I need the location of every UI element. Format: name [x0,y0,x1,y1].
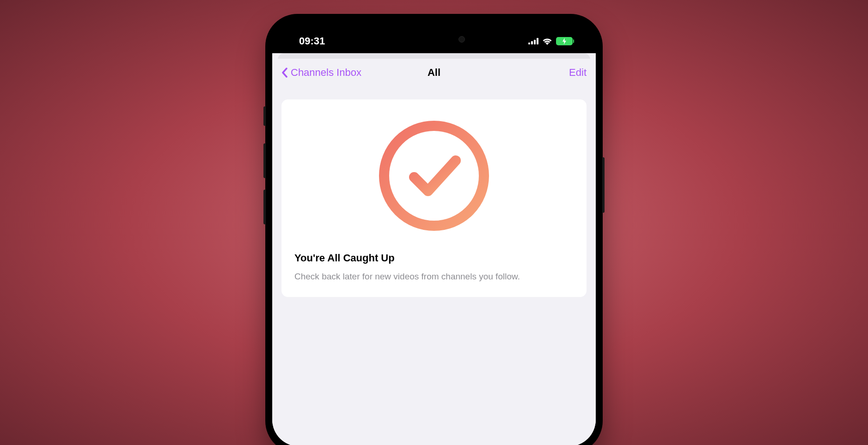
empty-state-card: You're All Caught Up Check back later fo… [281,99,587,297]
camera-dot [458,36,465,43]
svg-rect-2 [534,40,536,44]
svg-rect-3 [537,38,538,44]
checkmark-circle-icon [376,118,492,234]
empty-state-title: You're All Caught Up [294,252,395,264]
edit-button[interactable]: Edit [569,67,587,79]
battery-charging-icon [556,37,573,45]
status-bar: 09:31 [272,21,596,53]
phone-volume-up [263,143,266,178]
phone-frame: 09:31 [265,14,603,445]
svg-point-4 [384,126,484,226]
status-time: 09:31 [299,35,325,47]
page-title: All [428,67,440,79]
wifi-icon [542,37,552,45]
cellular-signal-icon [528,38,538,44]
svg-rect-1 [531,41,533,44]
navigation-bar: Channels Inbox All Edit [272,59,596,87]
content-area: You're All Caught Up Check back later fo… [272,87,596,310]
phone-volume-down [263,190,266,224]
phone-screen: 09:31 [272,21,596,445]
svg-rect-0 [528,43,530,44]
back-label: Channels Inbox [291,67,361,79]
sheet: Channels Inbox All Edit [272,59,596,445]
dynamic-island [395,29,473,49]
chevron-left-icon [281,68,288,78]
phone-power-button [602,157,605,213]
empty-state-subtitle: Check back later for new videos from cha… [294,271,520,283]
back-button[interactable]: Channels Inbox [281,67,361,79]
status-icons [528,37,573,45]
phone-mute-switch [263,106,266,126]
app-screen: Channels Inbox All Edit [272,53,596,445]
